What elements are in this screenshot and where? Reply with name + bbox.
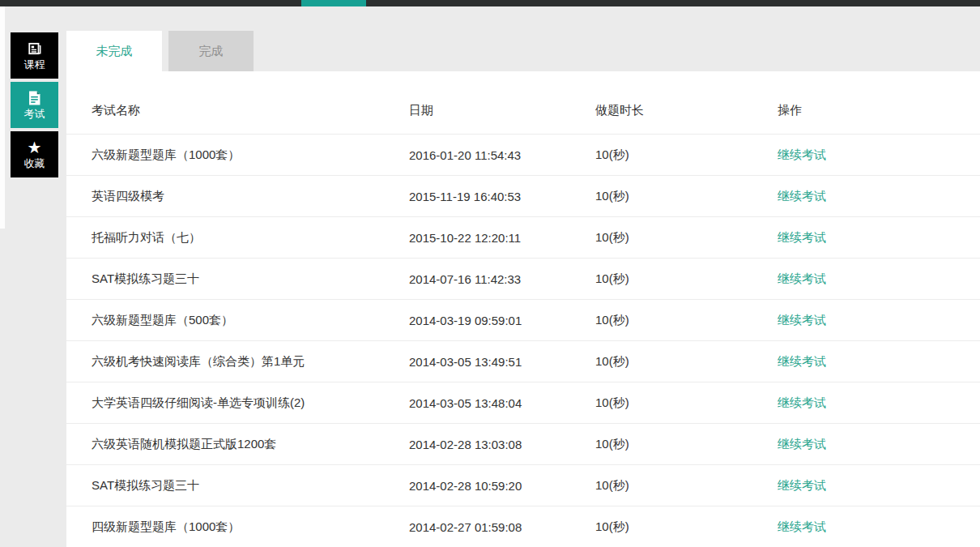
exam-table-panel: 考试名称 日期 做题时长 操作 六级新题型题库（1000套） 2016-01-2… [66, 71, 980, 547]
cell-duration: 10(秒) [595, 437, 778, 452]
cell-duration: 10(秒) [595, 519, 778, 535]
cell-duration: 10(秒) [595, 313, 778, 328]
cell-date: 2014-03-05 13:48:04 [409, 396, 595, 410]
cell-duration: 10(秒) [595, 147, 778, 163]
continue-exam-link[interactable]: 继续考试 [778, 478, 826, 492]
cell-date: 2015-11-19 16:40:53 [409, 190, 595, 203]
cell-date: 2014-02-28 13:03:08 [409, 438, 595, 451]
table-row: 四级新题型题库（1000套） 2014-02-27 01:59:08 10(秒)… [66, 506, 980, 547]
column-header-date: 日期 [409, 103, 595, 118]
file-text-icon [28, 91, 40, 106]
tab-bar: 未完成 完成 [66, 31, 254, 71]
cell-exam-name: 六级新题型题库（1000套） [66, 147, 409, 163]
sidebar-item-label: 收藏 [24, 158, 45, 169]
star-icon: ★ [28, 140, 42, 156]
table-row: 六级新题型题库（1000套） 2016-01-20 11:54:43 10(秒)… [66, 135, 980, 176]
tab-incomplete[interactable]: 未完成 [66, 31, 162, 71]
table-header: 考试名称 日期 做题时长 操作 [66, 88, 980, 135]
cell-date: 2014-07-16 11:42:33 [409, 272, 595, 286]
table-row: 六级新题型题库（500套） 2014-03-19 09:59:01 10(秒) … [66, 300, 980, 341]
sidebar-item-label: 考试 [24, 109, 45, 120]
continue-exam-link[interactable]: 继续考试 [778, 271, 826, 285]
continue-exam-link[interactable]: 继续考试 [778, 313, 826, 327]
continue-exam-link[interactable]: 继续考试 [778, 189, 826, 203]
table-row: SAT模拟练习题三十 2014-02-28 10:59:20 10(秒) 继续考… [66, 465, 980, 506]
table-row: 六级机考快速阅读库（综合类）第1单元 2014-03-05 13:49:51 1… [66, 341, 980, 382]
continue-exam-link[interactable]: 继续考试 [778, 437, 826, 451]
table-row: 六级英语随机模拟题正式版1200套 2014-02-28 13:03:08 10… [66, 424, 980, 465]
cell-exam-name: 六级新题型题库（500套） [66, 313, 409, 328]
cell-exam-name: 四级新题型题库（1000套） [66, 519, 409, 535]
cell-exam-name: SAT模拟练习题三十 [66, 478, 409, 494]
topbar-active-indicator[interactable] [301, 0, 366, 6]
top-nav-bar [0, 0, 980, 6]
continue-exam-link[interactable]: 继续考试 [778, 230, 826, 244]
left-margin-strip [0, 6, 5, 229]
sidebar-item-exams[interactable]: 考试 [11, 82, 58, 128]
screen: 课程 考试 ★ 收藏 未完成 完成 [0, 0, 980, 547]
cell-date: 2014-02-27 01:59:08 [409, 520, 595, 534]
cell-exam-name: 托福听力对话（七） [66, 230, 409, 246]
sidebar: 课程 考试 ★ 收藏 [11, 32, 58, 177]
cell-date: 2014-03-05 13:49:51 [409, 355, 595, 369]
cell-exam-name: 英语四级模考 [66, 189, 409, 204]
tab-label: 完成 [199, 44, 224, 59]
continue-exam-link[interactable]: 继续考试 [778, 354, 826, 368]
cell-duration: 10(秒) [595, 354, 778, 370]
sidebar-item-label: 课程 [24, 59, 45, 71]
cell-duration: 10(秒) [595, 230, 778, 246]
cell-date: 2014-02-28 10:59:20 [409, 479, 595, 493]
tab-complete[interactable]: 完成 [168, 31, 254, 71]
table-row: 托福听力对话（七） 2015-10-22 12:20:11 10(秒) 继续考试 [66, 217, 980, 259]
column-header-exam-name: 考试名称 [66, 103, 409, 118]
table-row: 英语四级模考 2015-11-19 16:40:53 10(秒) 继续考试 [66, 176, 980, 217]
cell-exam-name: SAT模拟练习题三十 [66, 271, 409, 287]
cell-duration: 10(秒) [595, 395, 778, 411]
column-header-duration: 做题时长 [595, 103, 778, 118]
cell-exam-name: 大学英语四级仔细阅读-单选专项训练(2) [66, 395, 409, 411]
cell-date: 2016-01-20 11:54:43 [409, 148, 595, 162]
continue-exam-link[interactable]: 继续考试 [778, 395, 826, 409]
cell-exam-name: 六级机考快速阅读库（综合类）第1单元 [66, 354, 409, 370]
sidebar-item-courses[interactable]: 课程 [11, 32, 58, 79]
cell-date: 2014-03-19 09:59:01 [409, 314, 595, 327]
cell-date: 2015-10-22 12:20:11 [409, 231, 595, 245]
column-header-action: 操作 [778, 103, 980, 118]
cell-duration: 10(秒) [595, 478, 778, 494]
cell-exam-name: 六级英语随机模拟题正式版1200套 [66, 437, 409, 452]
continue-exam-link[interactable]: 继续考试 [778, 147, 826, 161]
book-icon [28, 41, 42, 57]
cell-duration: 10(秒) [595, 189, 778, 204]
table-row: 大学英语四级仔细阅读-单选专项训练(2) 2014-03-05 13:48:04… [66, 382, 980, 424]
tab-label: 未完成 [96, 44, 133, 59]
continue-exam-link[interactable]: 继续考试 [778, 519, 826, 533]
cell-duration: 10(秒) [595, 271, 778, 287]
table-row: SAT模拟练习题三十 2014-07-16 11:42:33 10(秒) 继续考… [66, 259, 980, 300]
sidebar-item-favorites[interactable]: ★ 收藏 [11, 131, 58, 177]
